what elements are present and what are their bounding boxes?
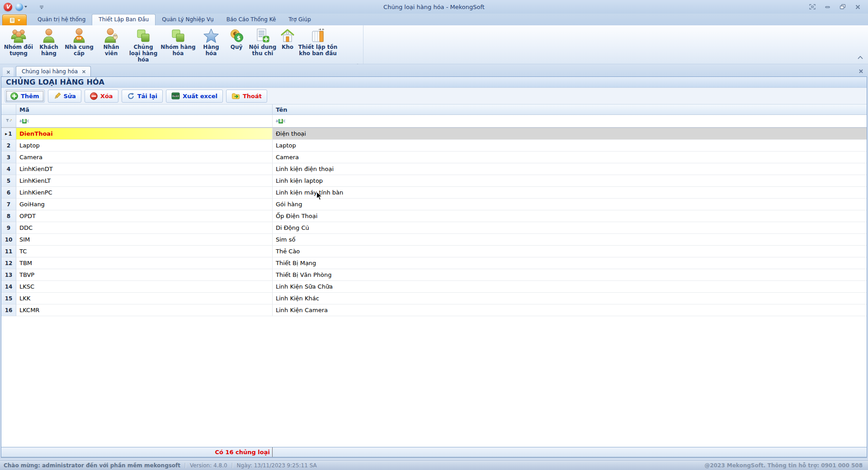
cell-ten[interactable]: Linh Kiện Khác [273, 293, 867, 304]
ribbon-button-quy[interactable]: € $ Quỹ [226, 27, 247, 63]
ribbon-button-noi-dung-thu-chi[interactable]: Nội dung thu chi [247, 27, 278, 63]
cell-ten[interactable]: Sim số [273, 234, 867, 246]
cell-ma[interactable]: TBM [16, 257, 273, 269]
cell-ten[interactable]: Thiết Bị Văn Phòng [273, 269, 867, 281]
reload-button[interactable]: Tải lại [122, 90, 163, 103]
cell-ten[interactable]: Linh Kiện Camera [273, 304, 867, 316]
cell-ma[interactable]: DDC [16, 222, 273, 234]
export-excel-button[interactable]: XLSX Xuất excel [166, 90, 223, 103]
column-header-ten[interactable]: Tên [273, 104, 867, 115]
ribbon-button-nhom-hang-hoa[interactable]: Nhóm hàng hóa [160, 27, 197, 63]
cell-ten[interactable]: Camera [273, 152, 867, 163]
cell-ten[interactable]: Ốp Điện Thoại [273, 210, 867, 222]
row-indicator: 15 [1, 293, 16, 304]
row-number: 2 [7, 142, 10, 149]
collapse-ribbon-icon[interactable] [857, 53, 863, 62]
cell-ten[interactable]: Điện thoại [273, 128, 867, 140]
cell-ten[interactable]: Linh Kiện Sữa Chữa [273, 281, 867, 293]
tab-strip-close-button[interactable] [859, 67, 863, 76]
cell-ten[interactable]: Thẻ Cào [273, 246, 867, 257]
ribbon-button-nha-cung-cap[interactable]: DX Nhà cung cấp [63, 27, 95, 63]
restore-button[interactable] [840, 4, 846, 9]
house-icon [280, 27, 295, 44]
cell-ten[interactable]: Thiết Bị Mạng [273, 257, 867, 269]
table-row[interactable]: 16LKCMRLinh Kiện Camera [1, 304, 867, 316]
table-row[interactable]: 6LinhKienPCLinh kiện máy tính bàn [1, 187, 867, 199]
table-row[interactable]: 7GoiHangGói hàng [1, 199, 867, 210]
customize-quick-access-icon[interactable] [39, 3, 44, 11]
ribbon-button-chung-loai-hang-hoa[interactable]: Chủng loại hàng hóa [127, 27, 160, 63]
cell-ma[interactable]: LinhKienDT [16, 163, 273, 175]
svg-text:DX: DX [77, 36, 81, 40]
cell-ten[interactable]: Linh kiện điện thoại [273, 163, 867, 175]
table-row[interactable]: 3CameraCamera [1, 152, 867, 163]
page-title: CHỦNG LOẠI HÀNG HÓA [1, 77, 867, 88]
app-logo-icon[interactable]: V [4, 3, 12, 11]
column-header-ma[interactable]: Mã [16, 104, 273, 115]
table-row[interactable]: 13TBVPThiết Bị Văn Phòng [1, 269, 867, 281]
document-tab-active[interactable]: Chủng loại hàng hóa [16, 66, 91, 76]
table-row[interactable]: 2LaptopLaptop [1, 140, 867, 152]
cell-ma[interactable]: TBVP [16, 269, 273, 281]
cell-ma[interactable]: OPDT [16, 210, 273, 222]
exit-button[interactable]: Thoát [226, 90, 267, 103]
ribbon-button-khach-hang[interactable]: Khách hàng [35, 27, 63, 63]
ribbon-tab-quan-ly-nghiep-vu[interactable]: Quản Lý Nghiệp Vụ [156, 14, 220, 25]
row-number: 15 [5, 295, 13, 302]
table-row[interactable]: 12TBMThiết Bị Mạng [1, 257, 867, 269]
minimize-button[interactable] [825, 5, 830, 9]
cell-ma[interactable]: LinhKienLT [16, 175, 273, 187]
row-indicator-header [1, 104, 16, 115]
table-row[interactable]: 11TCThẻ Cào [1, 246, 867, 257]
close-document-button[interactable] [3, 67, 14, 76]
cell-ma[interactable]: GoiHang [16, 199, 273, 210]
close-tab-icon[interactable] [82, 70, 86, 74]
ribbon-tab-tro-giup[interactable]: Trợ Giúp [282, 14, 317, 25]
table-row[interactable]: 10SIMSim số [1, 234, 867, 246]
cell-ten[interactable]: Linh kiện máy tính bàn [273, 187, 867, 199]
cell-ma[interactable]: TC [16, 246, 273, 257]
application-menu-button[interactable] [2, 14, 27, 25]
document-plus-icon [255, 27, 270, 44]
columns-icon [310, 27, 326, 44]
cell-ma[interactable]: LinhKienPC [16, 187, 273, 199]
cell-ten[interactable]: Linh kiện laptop [273, 175, 867, 187]
cell-ma[interactable]: SIM [16, 234, 273, 246]
table-row[interactable]: 9DDCDi Động Củ [1, 222, 867, 234]
ribbon-button-thiet-lap-ton-kho[interactable]: Thiết lập tồn kho ban đầu [297, 27, 339, 63]
table-row[interactable]: 4LinhKienDTLinh kiện điện thoại [1, 163, 867, 175]
table-row[interactable]: 14LKSCLinh Kiện Sữa Chữa [1, 281, 867, 293]
cell-ma[interactable]: Camera [16, 152, 273, 163]
table-row[interactable]: ▸1DienThoaiĐiện thoại [1, 128, 867, 140]
fullscreen-button[interactable] [809, 4, 816, 9]
orb-menu-button[interactable] [15, 3, 27, 11]
cell-ten[interactable]: Gói hàng [273, 199, 867, 210]
cell-ten[interactable]: Laptop [273, 140, 867, 152]
ribbon-tab-bao-cao-thong-ke[interactable]: Báo Cáo Thống Kê [220, 14, 283, 25]
cell-ma[interactable]: DienThoai [16, 128, 273, 140]
ribbon-button-hang-hoa[interactable]: Hàng hóa [197, 27, 226, 63]
filter-row-indicator [1, 115, 16, 127]
application-window: V Chủng loại hàng hóa - MekongSoft [0, 0, 868, 470]
ribbon-button-kho[interactable]: Kho [278, 27, 297, 63]
cell-ten[interactable]: Di Động Củ [273, 222, 867, 234]
ribbon-button-nhan-vien[interactable]: Nhân viên [95, 27, 127, 63]
cell-ma[interactable]: LKK [16, 293, 273, 304]
edit-button[interactable]: Sửa [48, 90, 81, 103]
filter-input-ten[interactable]: aBc [273, 115, 867, 127]
excel-icon: XLSX [171, 92, 180, 100]
cell-ma[interactable]: Laptop [16, 140, 273, 152]
ribbon-button-nhom-doi-tuong[interactable]: Nhóm đối tượng [2, 27, 35, 63]
table-row[interactable]: 8OPDTỐp Điện Thoại [1, 210, 867, 222]
add-button[interactable]: Thêm [5, 90, 45, 103]
table-row[interactable]: 15LKKLinh Kiện Khác [1, 293, 867, 304]
cell-ma[interactable]: LKCMR [16, 304, 273, 316]
ribbon-tab-quan-tri-he-thong[interactable]: Quản trị hệ thống [31, 14, 92, 25]
close-button[interactable] [855, 5, 861, 9]
row-indicator: 13 [1, 269, 16, 281]
table-row[interactable]: 5LinhKienLTLinh kiện laptop [1, 175, 867, 187]
ribbon-tab-thiet-lap-ban-dau[interactable]: Thiết Lập Ban Đầu [92, 14, 156, 25]
delete-button[interactable]: Xóa [85, 90, 118, 103]
filter-input-ma[interactable]: aBc [16, 115, 273, 127]
cell-ma[interactable]: LKSC [16, 281, 273, 293]
